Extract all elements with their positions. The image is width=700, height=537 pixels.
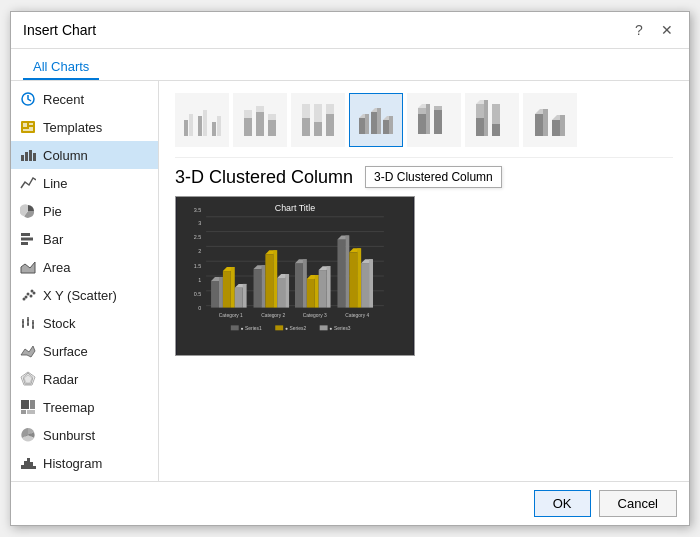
svg-rect-86 <box>426 104 430 134</box>
svg-rect-136 <box>285 274 289 308</box>
svg-rect-66 <box>268 120 276 136</box>
chart-type-100-stacked-column[interactable] <box>291 93 345 147</box>
svg-rect-67 <box>268 114 276 120</box>
svg-rect-126 <box>243 284 247 308</box>
svg-rect-37 <box>21 465 24 469</box>
svg-rect-148 <box>337 239 345 307</box>
svg-rect-160 <box>275 325 283 330</box>
svg-rect-2 <box>23 123 27 127</box>
sidebar-label-recent: Recent <box>43 92 84 107</box>
svg-rect-138 <box>295 263 303 307</box>
svg-rect-9 <box>33 153 36 161</box>
pie-icon <box>19 202 37 220</box>
sidebar-item-surface[interactable]: Surface <box>11 337 158 365</box>
title-bar-actions: ? ✕ <box>629 20 677 40</box>
svg-rect-38 <box>24 461 27 469</box>
chart-type-3d-stacked-column[interactable] <box>407 93 461 147</box>
sidebar-label-histogram: Histogram <box>43 456 102 471</box>
svg-rect-59 <box>203 110 207 136</box>
sidebar-item-sunburst[interactable]: Sunburst <box>11 421 158 449</box>
svg-text:1.5: 1.5 <box>194 263 202 269</box>
tab-all-charts[interactable]: All Charts <box>23 55 99 80</box>
svg-rect-124 <box>235 288 243 308</box>
svg-rect-65 <box>256 106 264 112</box>
templates-icon <box>19 118 37 136</box>
radar-icon <box>19 370 37 388</box>
svg-rect-74 <box>359 118 365 134</box>
svg-rect-141 <box>307 279 315 308</box>
chart-type-clustered-column[interactable] <box>175 93 229 147</box>
sidebar-item-column[interactable]: Column <box>11 141 158 169</box>
chart-type-3d-100-stacked-column[interactable] <box>465 93 519 147</box>
close-button[interactable]: ✕ <box>657 20 677 40</box>
svg-rect-77 <box>371 112 377 134</box>
title-bar: Insert Chart ? ✕ <box>11 12 689 49</box>
svg-text:Chart Title: Chart Title <box>275 203 316 213</box>
svg-rect-83 <box>418 114 426 134</box>
tabs-row: All Charts <box>11 49 689 81</box>
svg-rect-57 <box>189 114 193 136</box>
svg-rect-35 <box>27 410 35 414</box>
footer: OK Cancel <box>11 481 689 525</box>
svg-rect-62 <box>244 118 252 136</box>
svg-rect-156 <box>369 259 373 307</box>
insert-chart-dialog: Insert Chart ? ✕ All Charts Recent <box>10 11 690 526</box>
svg-rect-95 <box>535 114 543 136</box>
sidebar-item-recent[interactable]: Recent <box>11 85 158 113</box>
content-area: Recent Templates Column Li <box>11 81 689 481</box>
svg-rect-56 <box>184 120 188 136</box>
svg-rect-7 <box>25 152 28 161</box>
svg-text:Category 1: Category 1 <box>219 313 243 318</box>
sidebar-item-bar[interactable]: Bar <box>11 225 158 253</box>
svg-text:0.5: 0.5 <box>194 291 202 297</box>
histogram-icon <box>19 454 37 472</box>
sidebar-item-pie[interactable]: Pie <box>11 197 158 225</box>
chart-type-3d-clustered-column[interactable] <box>349 93 403 147</box>
svg-rect-4 <box>29 127 33 129</box>
cancel-button[interactable]: Cancel <box>599 490 677 517</box>
svg-rect-100 <box>560 115 565 136</box>
selected-chart-name: 3-D Clustered Column <box>175 167 353 188</box>
chart-title-row: 3-D Clustered Column 3-D Clustered Colum… <box>175 166 673 188</box>
svg-rect-158 <box>231 325 239 330</box>
svg-rect-150 <box>345 236 349 308</box>
svg-rect-11 <box>21 238 33 241</box>
svg-text:3.5: 3.5 <box>194 207 202 213</box>
chart-type-3d-column[interactable] <box>523 93 577 147</box>
svg-text:2: 2 <box>198 248 201 254</box>
help-button[interactable]: ? <box>629 20 649 40</box>
main-panel: 3-D Clustered Column 3-D Clustered Colum… <box>159 81 689 481</box>
sidebar-item-stock[interactable]: Stock <box>11 309 158 337</box>
svg-rect-92 <box>484 100 488 136</box>
sidebar-item-templates[interactable]: Templates <box>11 113 158 141</box>
chart-type-icons <box>175 93 673 158</box>
sidebar-label-line: Line <box>43 176 68 191</box>
sunburst-icon <box>19 426 37 444</box>
sidebar: Recent Templates Column Li <box>11 81 159 481</box>
svg-text:● Series2: ● Series2 <box>285 326 306 331</box>
svg-text:1: 1 <box>198 277 201 283</box>
treemap-icon <box>19 398 37 416</box>
sidebar-item-xy-scatter[interactable]: X Y (Scatter) <box>11 281 158 309</box>
svg-point-18 <box>30 295 33 298</box>
svg-rect-32 <box>21 400 29 409</box>
sidebar-label-xy-scatter: X Y (Scatter) <box>43 288 117 303</box>
svg-rect-98 <box>552 120 560 136</box>
svg-text:Category 4: Category 4 <box>345 313 369 318</box>
svg-rect-128 <box>254 269 262 308</box>
svg-rect-34 <box>21 410 26 414</box>
svg-rect-33 <box>30 400 35 409</box>
svg-rect-76 <box>365 114 369 134</box>
svg-text:3: 3 <box>198 220 201 226</box>
chart-type-stacked-column[interactable] <box>233 93 287 147</box>
sidebar-item-radar[interactable]: Radar <box>11 365 158 393</box>
sidebar-item-area[interactable]: Area <box>11 253 158 281</box>
sidebar-item-line[interactable]: Line <box>11 169 158 197</box>
sidebar-item-treemap[interactable]: Treemap <box>11 393 158 421</box>
sidebar-label-stock: Stock <box>43 316 76 331</box>
sidebar-item-histogram[interactable]: Histogram <box>11 449 158 477</box>
svg-rect-79 <box>377 108 381 134</box>
sidebar-label-radar: Radar <box>43 372 78 387</box>
ok-button[interactable]: OK <box>534 490 591 517</box>
bar-icon <box>19 230 37 248</box>
